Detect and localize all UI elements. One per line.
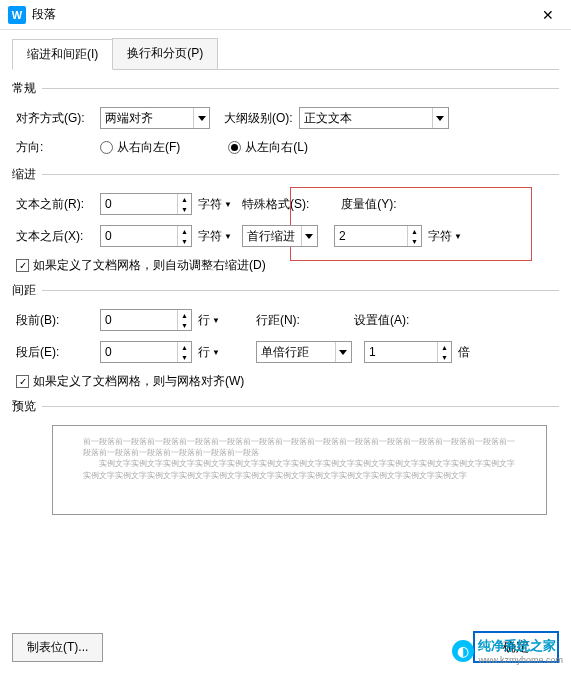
setat-label: 设置值(A): bbox=[354, 312, 409, 329]
space-before-label: 段前(B): bbox=[16, 312, 94, 329]
before-unit[interactable]: 字符▼ bbox=[198, 196, 232, 213]
chevron-down-icon: ▼ bbox=[454, 232, 462, 241]
radio-icon bbox=[228, 141, 241, 154]
before-text-label: 文本之前(R): bbox=[16, 196, 94, 213]
radio-ltr[interactable]: 从左向右(L) bbox=[228, 139, 308, 156]
caret-up-icon[interactable]: ▲ bbox=[178, 310, 191, 320]
checkbox-icon bbox=[16, 259, 29, 272]
caret-up-icon[interactable]: ▲ bbox=[408, 226, 421, 236]
checkbox-icon bbox=[16, 375, 29, 388]
caret-down-icon[interactable]: ▼ bbox=[438, 352, 451, 362]
section-preview: 预览 bbox=[12, 398, 36, 415]
before-text-spinner[interactable]: 0 ▲▼ bbox=[100, 193, 192, 215]
section-general: 常规 bbox=[12, 80, 36, 97]
after-unit[interactable]: 字符▼ bbox=[198, 228, 232, 245]
watermark: ◐ 纯净系统之家 www.kzmyhome.com bbox=[452, 637, 563, 665]
tabs-button[interactable]: 制表位(T)... bbox=[12, 633, 103, 662]
measure-spinner[interactable]: 2 ▲▼ bbox=[334, 225, 422, 247]
space-before-unit[interactable]: 行▼ bbox=[198, 312, 220, 329]
caret-down-icon[interactable]: ▼ bbox=[178, 352, 191, 362]
radio-rtl[interactable]: 从右向左(F) bbox=[100, 139, 180, 156]
after-text-spinner[interactable]: 0 ▲▼ bbox=[100, 225, 192, 247]
caret-down-icon[interactable]: ▼ bbox=[408, 236, 421, 246]
section-spacing: 间距 bbox=[12, 282, 36, 299]
caret-down-icon[interactable]: ▼ bbox=[178, 204, 191, 214]
caret-up-icon[interactable]: ▲ bbox=[178, 194, 191, 204]
line-spacing-combo[interactable]: 单倍行距 bbox=[256, 341, 352, 363]
chevron-down-icon bbox=[335, 342, 351, 362]
setat-unit: 倍 bbox=[458, 344, 470, 361]
spacing-grid-checkbox[interactable]: 如果定义了文档网格，则与网格对齐(W) bbox=[12, 373, 559, 390]
alignment-combo[interactable]: 两端对齐 bbox=[100, 107, 210, 129]
caret-down-icon[interactable]: ▼ bbox=[178, 236, 191, 246]
after-text-label: 文本之后(X): bbox=[16, 228, 94, 245]
space-before-spinner[interactable]: 0 ▲▼ bbox=[100, 309, 192, 331]
chevron-down-icon bbox=[193, 108, 209, 128]
tab-indent-spacing[interactable]: 缩进和间距(I) bbox=[12, 39, 113, 70]
measure-label: 度量值(Y): bbox=[341, 196, 396, 213]
indent-grid-checkbox[interactable]: 如果定义了文档网格，则自动调整右缩进(D) bbox=[12, 257, 559, 274]
setat-spinner[interactable]: 1 ▲▼ bbox=[364, 341, 452, 363]
space-after-unit[interactable]: 行▼ bbox=[198, 344, 220, 361]
outline-label: 大纲级别(O): bbox=[224, 110, 293, 127]
chevron-down-icon bbox=[432, 108, 448, 128]
watermark-icon: ◐ bbox=[452, 640, 474, 662]
line-spacing-label: 行距(N): bbox=[256, 312, 300, 329]
direction-label: 方向: bbox=[16, 139, 94, 156]
caret-up-icon[interactable]: ▲ bbox=[178, 342, 191, 352]
preview-area: 前一段落前一段落前一段落前一段落前一段落前一段落前一段落前一段落前一段落前一段落… bbox=[52, 425, 547, 515]
outline-combo[interactable]: 正文文本 bbox=[299, 107, 449, 129]
window-title: 段落 bbox=[32, 6, 533, 23]
section-indent: 缩进 bbox=[12, 166, 36, 183]
chevron-down-icon: ▼ bbox=[212, 348, 220, 357]
caret-up-icon[interactable]: ▲ bbox=[178, 226, 191, 236]
close-button[interactable]: ✕ bbox=[533, 0, 563, 30]
special-label: 特殊格式(S): bbox=[242, 196, 309, 213]
app-icon: W bbox=[8, 6, 26, 24]
alignment-label: 对齐方式(G): bbox=[16, 110, 94, 127]
tab-line-page-breaks[interactable]: 换行和分页(P) bbox=[112, 38, 218, 69]
special-combo[interactable]: 首行缩进 bbox=[242, 225, 318, 247]
space-after-spinner[interactable]: 0 ▲▼ bbox=[100, 341, 192, 363]
space-after-label: 段后(E): bbox=[16, 344, 94, 361]
chevron-down-icon: ▼ bbox=[212, 316, 220, 325]
radio-icon bbox=[100, 141, 113, 154]
chevron-down-icon bbox=[301, 226, 317, 246]
chevron-down-icon: ▼ bbox=[224, 200, 232, 209]
measure-unit[interactable]: 字符▼ bbox=[428, 228, 462, 245]
caret-down-icon[interactable]: ▼ bbox=[178, 320, 191, 330]
caret-up-icon[interactable]: ▲ bbox=[438, 342, 451, 352]
chevron-down-icon: ▼ bbox=[224, 232, 232, 241]
